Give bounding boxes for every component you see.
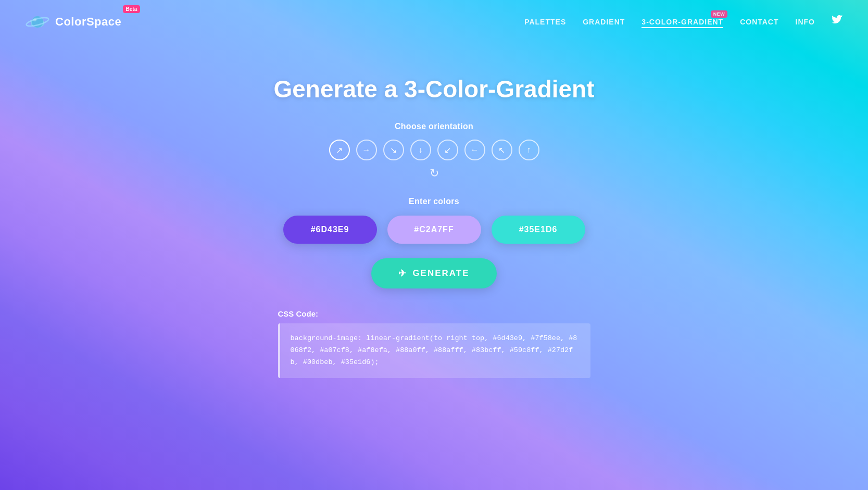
css-code-text: background-image: linear-gradient(to rig… [291, 334, 577, 366]
orientation-section: Choose orientation ↗ → ↘ ↓ ↙ ← ↖ ↑ ↻ [329, 122, 539, 180]
orientation-btn-ne[interactable]: ↗ [329, 140, 350, 160]
color2-button[interactable]: #C2A7FF [387, 216, 481, 244]
nav-3color-gradient[interactable]: 3-COLOR-GRADIENT NEW [641, 18, 723, 26]
svg-point-3 [33, 18, 36, 21]
css-label: CSS Code: [278, 309, 590, 318]
generate-icon: ✈ [398, 268, 407, 279]
logo-text: ColorSpace [55, 15, 121, 29]
nav-links: PALETTES GRADIENT 3-COLOR-GRADIENT NEW C… [524, 15, 843, 29]
nav-info[interactable]: INFO [796, 18, 815, 26]
orientation-btn-sw[interactable]: ↙ [437, 140, 458, 160]
generate-label: GENERATE [412, 268, 469, 279]
logo-icon [25, 9, 50, 34]
logo-area[interactable]: ColorSpace Beta [25, 9, 121, 34]
color-inputs: #6D43E9 #C2A7FF #35E1D6 [283, 216, 585, 244]
css-code-section: CSS Code: background-image: linear-gradi… [278, 309, 590, 378]
orientation-btn-e[interactable]: → [356, 140, 377, 160]
nav-contact[interactable]: CONTACT [740, 18, 778, 26]
beta-badge: Beta [123, 5, 141, 13]
colors-label: Enter colors [409, 197, 459, 206]
nav-gradient[interactable]: GRADIENT [583, 18, 625, 26]
orientation-btn-se[interactable]: ↘ [383, 140, 404, 160]
generate-button[interactable]: ✈ GENERATE [371, 258, 496, 288]
new-badge: NEW [711, 10, 728, 18]
main-content: Generate a 3-Color-Gradient Choose orien… [0, 44, 868, 378]
navbar: ColorSpace Beta PALETTES GRADIENT 3-COLO… [0, 0, 868, 44]
color1-button[interactable]: #6D43E9 [283, 216, 377, 244]
css-code-box[interactable]: background-image: linear-gradient(to rig… [278, 323, 590, 378]
orientation-label: Choose orientation [395, 122, 473, 131]
orientation-btn-n[interactable]: ↑ [519, 140, 539, 160]
refresh-button[interactable]: ↻ [430, 167, 439, 180]
colors-section: Enter colors #6D43E9 #C2A7FF #35E1D6 [283, 197, 585, 244]
orientation-btn-w[interactable]: ← [464, 140, 485, 160]
color3-button[interactable]: #35E1D6 [492, 216, 585, 244]
page-title: Generate a 3-Color-Gradient [273, 75, 594, 103]
orientation-buttons: ↗ → ↘ ↓ ↙ ← ↖ ↑ [329, 140, 539, 160]
orientation-btn-s[interactable]: ↓ [410, 140, 431, 160]
twitter-icon[interactable] [832, 15, 843, 29]
nav-palettes[interactable]: PALETTES [524, 18, 566, 26]
orientation-btn-nw[interactable]: ↖ [492, 140, 512, 160]
